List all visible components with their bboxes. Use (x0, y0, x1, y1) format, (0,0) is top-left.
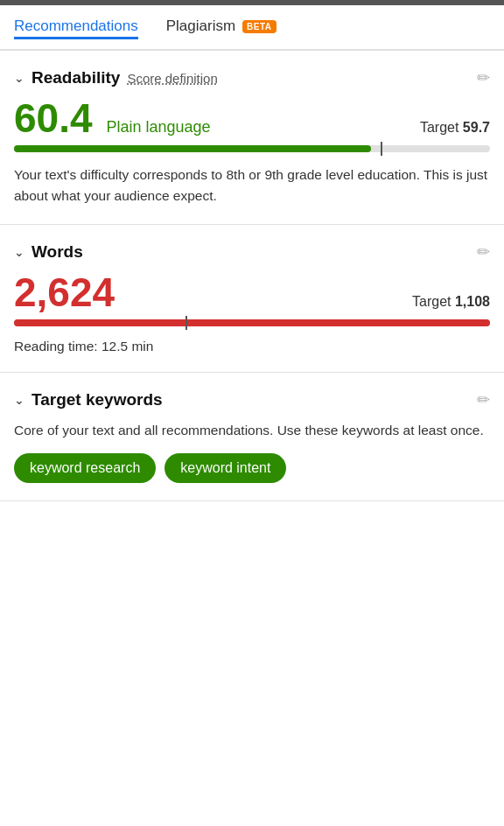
words-score-row: 2,624 Target 1,108 (14, 272, 490, 312)
words-edit-icon[interactable]: ✏ (477, 242, 490, 262)
words-section: ⌄ Words ✏ 2,624 Target 1,108 Reading tim… (0, 225, 504, 373)
words-target: Target 1,108 (412, 294, 490, 310)
beta-badge: BETA (242, 20, 276, 33)
target-keywords-edit-icon[interactable]: ✏ (477, 390, 490, 410)
readability-target-value: 59.7 (463, 120, 490, 135)
words-progress-marker (186, 316, 187, 330)
readability-title-group: ⌄ Readability Score definition (14, 68, 218, 88)
tab-recommendations[interactable]: Recommendations (14, 18, 138, 39)
readability-description: Your text's difficulty corresponds to 8t… (14, 164, 490, 206)
tab-plagiarism-label: Plagiarism (166, 18, 235, 35)
words-chevron[interactable]: ⌄ (14, 245, 24, 259)
target-keywords-title-group: ⌄ Target keywords (14, 390, 163, 410)
target-keywords-description: Core of your text and all recommendation… (14, 420, 490, 441)
readability-score-row: 60.4 Plain language Target 59.7 (14, 98, 490, 138)
readability-edit-icon[interactable]: ✏ (477, 68, 490, 88)
words-progress-bar (14, 319, 490, 326)
target-keywords-chevron[interactable]: ⌄ (14, 393, 24, 407)
tab-plagiarism[interactable]: Plagiarism BETA (166, 18, 276, 37)
words-header: ⌄ Words ✏ (14, 242, 490, 262)
tab-recommendations-label: Recommendations (14, 18, 138, 35)
words-score-value: 2,624 (14, 272, 115, 312)
readability-chevron[interactable]: ⌄ (14, 71, 24, 85)
readability-target: Target 59.7 (420, 120, 490, 136)
readability-progress-bar (14, 145, 490, 152)
words-title-group: ⌄ Words (14, 242, 83, 262)
score-definition-link[interactable]: Score definition (127, 71, 217, 86)
keyword-chips-container: keyword research keyword intent (14, 453, 490, 483)
keyword-chip-1[interactable]: keyword intent (164, 453, 286, 483)
reading-time: Reading time: 12.5 min (14, 339, 490, 354)
readability-section: ⌄ Readability Score definition ✏ 60.4 Pl… (0, 51, 504, 225)
readability-score-value: 60.4 (14, 98, 93, 138)
words-target-value: 1,108 (455, 294, 490, 309)
keyword-chip-0[interactable]: keyword research (14, 453, 156, 483)
target-keywords-title: Target keywords (32, 390, 163, 410)
words-title: Words (32, 242, 83, 262)
target-keywords-header: ⌄ Target keywords ✏ (14, 390, 490, 410)
target-keywords-section: ⌄ Target keywords ✏ Core of your text an… (0, 373, 504, 501)
readability-title: Readability (32, 68, 120, 88)
readability-score-label: Plain language (107, 118, 211, 136)
readability-progress-fill (14, 145, 371, 152)
words-progress-fill (14, 319, 490, 326)
readability-header: ⌄ Readability Score definition ✏ (14, 68, 490, 88)
readability-progress-marker (381, 142, 382, 156)
tabs-container: Recommendations Plagiarism BETA (0, 5, 504, 51)
